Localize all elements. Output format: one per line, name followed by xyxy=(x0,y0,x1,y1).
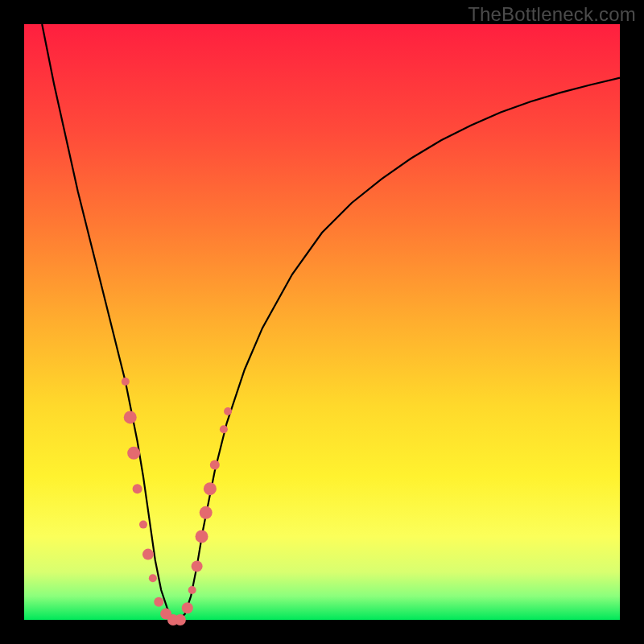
data-marker xyxy=(220,425,228,433)
data-marker xyxy=(224,407,232,415)
data-marker xyxy=(127,447,140,460)
marker-group xyxy=(122,378,232,625)
data-marker xyxy=(154,597,163,607)
data-marker xyxy=(149,574,157,582)
data-marker xyxy=(210,460,220,470)
bottleneck-curve xyxy=(42,24,620,620)
data-marker xyxy=(124,411,137,423)
plot-area xyxy=(24,24,620,620)
chart-frame: TheBottleneck.com xyxy=(0,0,644,644)
data-marker xyxy=(182,602,193,613)
data-marker xyxy=(196,530,208,543)
data-marker xyxy=(122,378,130,386)
data-marker xyxy=(175,614,186,625)
data-marker xyxy=(142,549,154,560)
data-marker xyxy=(204,482,217,495)
data-marker xyxy=(133,484,142,493)
chart-svg xyxy=(24,24,620,620)
watermark-text: TheBottleneck.com xyxy=(468,3,636,26)
data-marker xyxy=(188,586,196,594)
data-marker xyxy=(139,521,147,529)
data-marker xyxy=(192,560,203,572)
data-marker xyxy=(200,506,213,519)
